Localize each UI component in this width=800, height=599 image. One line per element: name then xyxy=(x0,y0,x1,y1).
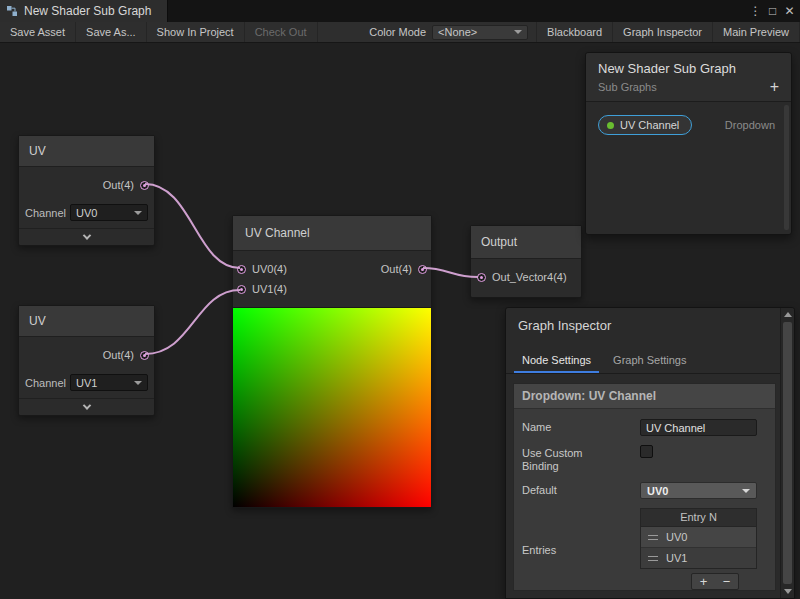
sub-graph-icon xyxy=(6,5,18,17)
node-title[interactable]: Output xyxy=(471,226,581,259)
port-label: Out(4) xyxy=(103,179,134,191)
uv-node-1[interactable]: UV Out(4) Channel UV0 xyxy=(18,135,155,246)
collapse-toggle[interactable] xyxy=(19,398,154,415)
blackboard-subtitle: Sub Graphs xyxy=(598,81,779,93)
default-field-row: Default UV0 xyxy=(522,482,767,499)
input-ports: UV0(4) UV1(4) xyxy=(233,259,287,299)
entry-value: UV0 xyxy=(666,531,687,543)
drag-handle-icon[interactable] xyxy=(648,535,658,540)
graph-inspector-panel[interactable]: Graph Inspector Node Settings Graph Sett… xyxy=(505,307,795,599)
port-label: Out(4) xyxy=(103,349,134,361)
blackboard-item-name: UV Channel xyxy=(620,119,679,131)
use-custom-binding-checkbox[interactable] xyxy=(640,445,653,458)
scroll-up-icon[interactable] xyxy=(784,312,792,317)
section-header: Dropdown: UV Channel xyxy=(514,384,775,409)
inspector-tabs: Node Settings Graph Settings xyxy=(506,348,794,374)
toolbar: Save Asset Save As... Show In Project Ch… xyxy=(0,22,800,43)
node-title[interactable]: UV Channel xyxy=(233,216,431,251)
entries-list-header: Entry N xyxy=(641,509,756,527)
menu-icon[interactable]: ⋮ xyxy=(747,0,764,22)
show-in-project-button[interactable]: Show In Project xyxy=(147,22,245,42)
channel-label: Channel xyxy=(25,207,67,219)
window-controls: ⋮ □ ✕ xyxy=(747,0,800,22)
binding-field-row: Use Custom Binding xyxy=(522,445,767,473)
channel-dropdown[interactable]: UV0 xyxy=(70,204,148,221)
entries-label: Entries xyxy=(522,542,640,556)
add-entry-button[interactable]: + xyxy=(692,574,715,589)
uv-channel-node[interactable]: UV Channel UV0(4) UV1(4) Out(4) xyxy=(232,215,432,508)
document-tab[interactable]: New Shader Sub Graph xyxy=(0,0,168,22)
tab-title: New Shader Sub Graph xyxy=(24,4,151,18)
output-ports: Out(4) xyxy=(381,259,431,299)
edge-uv1-to-channel xyxy=(145,290,240,354)
fields: Name Use Custom Binding Default UV0 xyxy=(514,409,775,599)
channel-dropdown[interactable]: UV1 xyxy=(70,374,148,391)
name-input[interactable] xyxy=(640,419,757,436)
inspector-title: Graph Inspector xyxy=(506,308,794,348)
entries-list: Entry N UV0 UV1 xyxy=(640,508,757,569)
tab-graph-settings[interactable]: Graph Settings xyxy=(603,348,696,373)
channel-label: Channel xyxy=(25,377,67,389)
port-label: UV0(4) xyxy=(252,263,287,275)
inspector-scrollbar[interactable] xyxy=(780,308,794,598)
port-area: UV0(4) UV1(4) Out(4) xyxy=(233,251,431,307)
blackboard-item-type: Dropdown xyxy=(725,119,775,131)
save-as-button[interactable]: Save As... xyxy=(76,22,147,42)
add-property-button[interactable]: + xyxy=(770,80,779,94)
output-port[interactable] xyxy=(140,351,149,360)
input-port[interactable] xyxy=(477,273,486,282)
main-preview-toggle-button[interactable]: Main Preview xyxy=(713,22,800,42)
port-label: Out(4) xyxy=(381,263,412,275)
color-mode-label: Color Mode xyxy=(369,26,426,38)
output-port[interactable] xyxy=(418,265,427,274)
output-port[interactable] xyxy=(140,181,149,190)
entries-field-row: Entries Entry N UV0 UV1 xyxy=(522,508,767,590)
close-icon[interactable]: ✕ xyxy=(781,0,798,22)
channel-control-row: Channel UV0 xyxy=(19,202,154,228)
graph-inspector-toggle-button[interactable]: Graph Inspector xyxy=(613,22,713,42)
collapse-toggle[interactable] xyxy=(19,228,154,245)
blackboard-item-uv-channel[interactable]: UV Channel xyxy=(598,115,692,135)
color-mode-value: <None> xyxy=(438,26,477,38)
maximize-icon[interactable]: □ xyxy=(764,0,781,22)
inspector-content: Dropdown: UV Channel Name Use Custom Bin… xyxy=(513,383,776,591)
remove-entry-button[interactable]: − xyxy=(715,574,738,589)
dropdown-arrow-icon xyxy=(514,30,522,34)
dropdown-arrow-icon xyxy=(742,489,750,493)
entry-value: UV1 xyxy=(666,552,687,564)
input-port-uv1[interactable] xyxy=(237,285,246,294)
title-bar: New Shader Sub Graph ⋮ □ ✕ xyxy=(0,0,800,22)
edge-uv0-to-channel xyxy=(145,184,240,268)
output-port-row: Out(4) xyxy=(19,337,154,372)
exposed-dot-icon xyxy=(607,122,614,129)
dropdown-arrow-icon xyxy=(134,211,142,215)
chevron-down-icon xyxy=(82,231,90,239)
tab-node-settings[interactable]: Node Settings xyxy=(512,348,601,373)
default-dropdown[interactable]: UV0 xyxy=(640,482,757,499)
output-node[interactable]: Output Out_Vector4(4) xyxy=(470,225,582,298)
entries-list-footer: + − xyxy=(640,573,757,590)
save-asset-button[interactable]: Save Asset xyxy=(0,22,76,42)
channel-value: UV1 xyxy=(76,377,97,389)
entry-row[interactable]: UV1 xyxy=(641,547,756,568)
blackboard-panel[interactable]: New Shader Sub Graph Sub Graphs + UV Cha… xyxy=(585,52,792,235)
check-out-button: Check Out xyxy=(245,22,318,42)
drag-handle-icon[interactable] xyxy=(648,556,658,561)
uv-node-2[interactable]: UV Out(4) Channel UV1 xyxy=(18,305,155,416)
color-mode-dropdown[interactable]: <None> xyxy=(432,25,528,40)
blackboard-scrollbar[interactable] xyxy=(784,105,789,230)
uv-gradient-preview xyxy=(233,307,431,507)
scroll-thumb[interactable] xyxy=(783,322,792,584)
channel-control-row: Channel UV1 xyxy=(19,372,154,398)
default-value: UV0 xyxy=(647,485,668,497)
name-field-row: Name xyxy=(522,419,767,436)
blackboard-title: New Shader Sub Graph xyxy=(598,61,779,76)
blackboard-toggle-button[interactable]: Blackboard xyxy=(536,22,613,42)
entry-row[interactable]: UV0 xyxy=(641,527,756,547)
scroll-down-icon[interactable] xyxy=(784,589,792,594)
node-title[interactable]: UV xyxy=(19,136,154,167)
input-port-uv0[interactable] xyxy=(237,265,246,274)
node-title[interactable]: UV xyxy=(19,306,154,337)
default-label: Default xyxy=(522,482,640,499)
color-mode-group: Color Mode <None> xyxy=(361,22,536,42)
